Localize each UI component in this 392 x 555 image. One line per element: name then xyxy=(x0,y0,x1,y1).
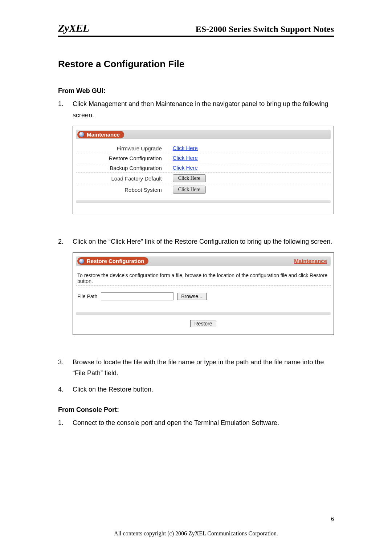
file-path-row: File Path Browse... xyxy=(76,292,331,307)
step-text: Click Management and then Maintenance in… xyxy=(73,98,334,121)
panel-dot-icon xyxy=(79,258,85,264)
step-text: Connect to the console port and open the… xyxy=(73,417,334,429)
row-label: Reboot System xyxy=(76,187,173,193)
page-header: ZyXEL ES-2000 Series Switch Support Note… xyxy=(58,22,334,37)
console-step-1: 1. Connect to the console port and open … xyxy=(58,417,334,429)
panel-title-pill: Maintenance xyxy=(77,131,124,138)
maintenance-table: Firmware Upgrade Click Here Restore Conf… xyxy=(76,143,331,195)
step-text: Browse to locate the file with the file … xyxy=(73,357,334,379)
step-text: Click on the “Click Here” link of the Re… xyxy=(73,236,334,247)
backup-config-link[interactable]: Click Here xyxy=(173,165,198,171)
load-factory-default-button[interactable]: Click Here xyxy=(173,174,206,182)
panel-title-pill: Restore Configuration xyxy=(77,257,148,265)
page-number: 6 xyxy=(331,516,334,522)
panel-header: Maintenance xyxy=(76,130,331,139)
panel-footer-bar xyxy=(76,200,331,203)
panel-title: Restore Configuration xyxy=(87,258,144,264)
table-row: Backup Configuration Click Here xyxy=(76,163,331,173)
step-text: Click on the Restore button. xyxy=(73,384,334,395)
step-3: 3. Browse to locate the file with the fi… xyxy=(58,357,334,379)
firmware-upgrade-link[interactable]: Click Here xyxy=(173,145,198,151)
section-heading: Restore a Configuration File xyxy=(58,58,334,70)
subheading-console: From Console Port: xyxy=(58,406,334,414)
step-number: 1. xyxy=(58,98,73,121)
maintenance-back-link[interactable]: Maintenance xyxy=(294,258,331,264)
file-path-label: File Path xyxy=(77,293,97,299)
subheading-web-gui: From Web GUI: xyxy=(58,87,334,95)
panel-title: Maintenance xyxy=(87,131,120,138)
maintenance-screenshot: Maintenance Firmware Upgrade Click Here … xyxy=(73,126,334,214)
step-4: 4. Click on the Restore button. xyxy=(58,384,334,395)
restore-description: To restore the device's configuration fo… xyxy=(76,270,331,286)
restore-button[interactable]: Restore xyxy=(190,320,216,327)
step-number: 3. xyxy=(58,357,73,379)
logo: ZyXEL xyxy=(58,22,89,34)
row-label: Firmware Upgrade xyxy=(76,145,173,151)
table-row: Reboot System Click Here xyxy=(76,184,331,195)
browse-button[interactable]: Browse... xyxy=(177,293,206,300)
step-number: 2. xyxy=(58,236,73,247)
copyright-footer: All contents copyright (c) 2006 ZyXEL Co… xyxy=(0,530,392,537)
file-path-input[interactable] xyxy=(101,292,173,300)
step-2: 2. Click on the “Click Here” link of the… xyxy=(58,236,334,247)
step-number: 4. xyxy=(58,384,73,395)
panel-divider xyxy=(76,312,331,315)
row-label: Restore Configuration xyxy=(76,155,173,161)
table-row: Load Factory Default Click Here xyxy=(76,173,331,184)
table-row: Restore Configuration Click Here xyxy=(76,153,331,163)
restore-config-screenshot: Restore Configuration Maintenance To res… xyxy=(73,252,334,335)
step-1: 1. Click Management and then Maintenance… xyxy=(58,98,334,121)
reboot-system-button[interactable]: Click Here xyxy=(173,186,206,194)
panel-header: Restore Configuration Maintenance xyxy=(76,256,331,266)
row-label: Load Factory Default xyxy=(76,175,173,182)
row-label: Backup Configuration xyxy=(76,165,173,171)
restore-config-link[interactable]: Click Here xyxy=(173,155,198,161)
document-title: ES-2000 Series Switch Support Notes xyxy=(196,24,334,34)
panel-dot-icon xyxy=(79,131,85,137)
step-number: 1. xyxy=(58,417,73,429)
table-row: Firmware Upgrade Click Here xyxy=(76,143,331,153)
